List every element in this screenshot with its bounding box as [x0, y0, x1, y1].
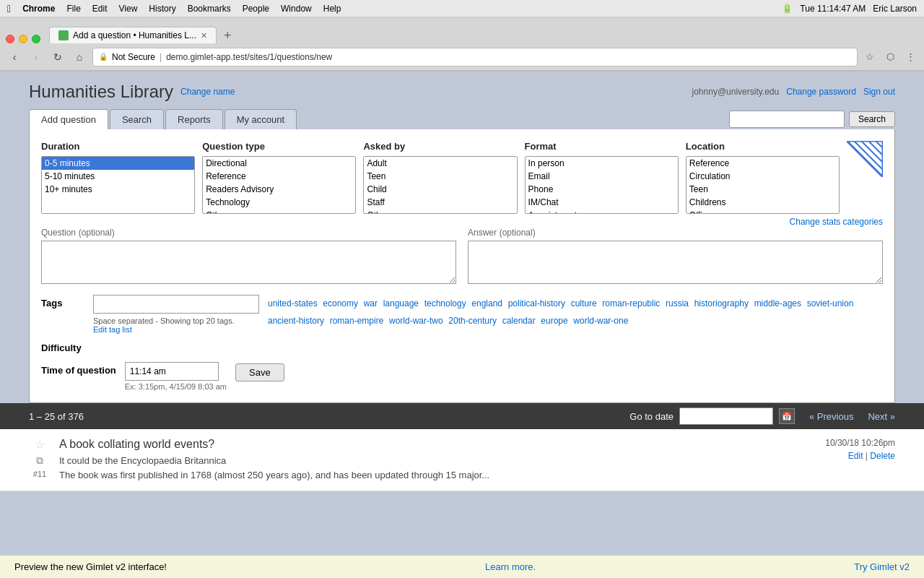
tab-close-button[interactable]: ✕: [201, 31, 207, 40]
tag-culture[interactable]: culture: [571, 298, 597, 309]
question-type-listbox[interactable]: Directional Reference Readers Advisory T…: [202, 156, 356, 214]
location-option-3: Childrens: [687, 196, 839, 209]
copy-icon[interactable]: ⧉: [36, 454, 43, 467]
change-stats-link[interactable]: Change stats categories: [790, 217, 883, 227]
browser-tabs: Add a question • Humanities L... ✕ +: [0, 17, 924, 43]
format-option-4: Appointment: [526, 209, 678, 214]
try-gimlet-link[interactable]: Try Gimlet v2: [854, 561, 910, 572]
difficulty-row: Difficulty: [41, 342, 883, 353]
menu-button[interactable]: ⋮: [902, 49, 918, 65]
tag-historiography[interactable]: historiography: [694, 298, 749, 309]
location-listbox[interactable]: Reference Circulation Teen Childrens Off…: [686, 156, 840, 214]
menu-file[interactable]: File: [66, 4, 80, 14]
bookmark-button[interactable]: ☆: [862, 49, 878, 65]
tab-add-question[interactable]: Add question: [29, 109, 108, 129]
forward-button[interactable]: ›: [27, 48, 45, 66]
goto-date-input[interactable]: [679, 407, 773, 425]
difficulty-label: Difficulty: [41, 342, 883, 353]
tab-search[interactable]: Search: [110, 109, 164, 129]
tag-england[interactable]: england: [471, 298, 502, 309]
questions-bar: 1 – 25 of 376 Go to date 📅 « Previous Ne…: [0, 403, 924, 429]
tag-political-history[interactable]: political-history: [508, 298, 565, 309]
reload-button[interactable]: ↻: [49, 48, 66, 66]
tag-economy[interactable]: economy: [323, 298, 358, 309]
menu-view[interactable]: View: [119, 4, 138, 14]
asked-by-column: Asked by Adult Teen Child Staff Other: [363, 141, 517, 214]
menu-window[interactable]: Window: [281, 4, 312, 14]
qtype-option-0: Directional: [203, 157, 355, 170]
tab-my-account[interactable]: My account: [225, 109, 297, 129]
close-window-button[interactable]: [6, 35, 14, 43]
tag-language[interactable]: language: [383, 298, 419, 309]
browser-chrome: Add a question • Humanities L... ✕ + ‹ ›…: [0, 17, 924, 72]
time-example: Ex: 3:15pm, 4/15/09 8:03 am: [125, 382, 227, 391]
tag-europe[interactable]: europe: [541, 316, 567, 326]
tag-united-states[interactable]: united-states: [268, 298, 318, 309]
extensions-button[interactable]: ⬡: [882, 49, 898, 65]
calendar-button[interactable]: 📅: [779, 408, 795, 424]
tag-war[interactable]: war: [364, 298, 378, 309]
menu-bookmarks[interactable]: Bookmarks: [188, 4, 231, 14]
goto-date-section: Go to date 📅: [629, 407, 795, 425]
edit-question-link[interactable]: Edit: [848, 451, 863, 461]
tags-section: Tags Space separated - Showing top 20 ta…: [41, 295, 883, 334]
sign-out-link[interactable]: Sign out: [863, 87, 895, 97]
tag-roman-empire[interactable]: roman-empire: [330, 316, 384, 326]
nav-bar: Add question Search Reports My account: [29, 109, 297, 129]
question-meta: ☆ ⧉ #11: [29, 438, 51, 482]
delete-question-link[interactable]: Delete: [870, 451, 895, 461]
qtype-option-2: Readers Advisory: [203, 183, 355, 196]
tag-technology[interactable]: technology: [424, 298, 466, 309]
tag-ancient-history[interactable]: ancient-history: [268, 316, 324, 326]
back-button[interactable]: ‹: [6, 48, 23, 66]
star-icon[interactable]: ☆: [35, 438, 45, 452]
change-password-link[interactable]: Change password: [786, 87, 856, 97]
main-content: Duration 0-5 minutes 5-10 minutes 10+ mi…: [29, 129, 895, 403]
menu-edit[interactable]: Edit: [92, 4, 108, 14]
preview-bar: Preview the new Gimlet v2 interface! Lea…: [0, 555, 924, 578]
home-button[interactable]: ⌂: [71, 48, 88, 66]
tag-soviet-union[interactable]: soviet-union: [807, 298, 854, 309]
tag-20th-century[interactable]: 20th-century: [448, 316, 497, 326]
search-button[interactable]: Search: [849, 111, 895, 127]
tag-calendar[interactable]: calendar: [502, 316, 536, 326]
menu-people[interactable]: People: [243, 4, 269, 14]
tag-russia[interactable]: russia: [666, 298, 689, 309]
asked-by-listbox[interactable]: Adult Teen Child Staff Other: [363, 156, 517, 214]
address-bar[interactable]: 🔒 Not Secure | demo.gimlet-app.test/site…: [92, 48, 858, 66]
edit-tag-list-link[interactable]: Edit tag list: [93, 325, 132, 334]
next-page-link[interactable]: Next »: [868, 411, 895, 422]
previous-page-link[interactable]: « Previous: [809, 411, 853, 422]
menu-history[interactable]: History: [149, 4, 175, 14]
minimize-window-button[interactable]: [19, 35, 27, 43]
tab-reports[interactable]: Reports: [165, 109, 223, 129]
format-listbox[interactable]: In person Email Phone IM/Chat Appointmen…: [525, 156, 679, 214]
learn-more-link[interactable]: Learn more.: [485, 561, 536, 572]
corner-decoration: [847, 141, 883, 214]
goto-date-label: Go to date: [629, 411, 674, 422]
menu-chrome[interactable]: Chrome: [22, 4, 55, 14]
tag-world-war-one[interactable]: world-war-one: [573, 316, 628, 326]
save-button[interactable]: Save: [235, 363, 284, 381]
duration-option-1: 5-10 minutes: [42, 170, 194, 183]
qtype-option-4: Other: [203, 209, 355, 214]
askedby-option-4: Other: [364, 209, 516, 214]
tags-input[interactable]: [93, 295, 259, 314]
answer-textarea[interactable]: [468, 241, 883, 284]
question-textarea[interactable]: [41, 241, 456, 284]
change-name-link[interactable]: Change name: [180, 87, 235, 97]
qtype-option-3: Technology: [203, 196, 355, 209]
menu-help[interactable]: Help: [323, 4, 341, 14]
tag-world-war-two[interactable]: world-war-two: [389, 316, 443, 326]
new-tab-button[interactable]: +: [221, 28, 235, 43]
tag-roman-republic[interactable]: roman-republic: [602, 298, 660, 309]
time-input[interactable]: [125, 362, 219, 381]
duration-listbox[interactable]: 0-5 minutes 5-10 minutes 10+ minutes: [41, 156, 195, 214]
location-option-4: Office: [687, 209, 839, 214]
search-input[interactable]: [729, 111, 845, 128]
maximize-window-button[interactable]: [32, 35, 40, 43]
question-body: A book collating world events? It could …: [59, 438, 816, 482]
tag-middle-ages[interactable]: middle-ages: [754, 298, 801, 309]
browser-tab[interactable]: Add a question • Humanities L... ✕: [49, 27, 217, 43]
question-title: A book collating world events?: [59, 438, 816, 451]
